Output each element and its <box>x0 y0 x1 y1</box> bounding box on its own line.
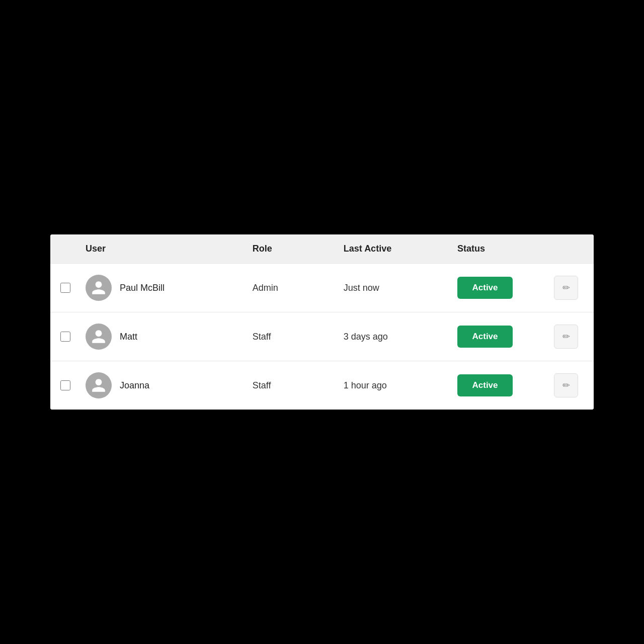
user-name-matt: Matt <box>120 332 137 342</box>
last-active-joanna: 1 hour ago <box>344 380 457 391</box>
status-cell-joanna: Active <box>457 374 548 396</box>
status-badge-paul: Active <box>457 277 513 299</box>
users-table: User Role Last Active Status Paul McBill… <box>50 234 594 410</box>
action-cell-matt: ✏ <box>548 325 584 349</box>
table-header: User Role Last Active Status <box>50 234 594 263</box>
last-active-matt: 3 days ago <box>344 332 457 342</box>
role-joanna: Staff <box>253 380 344 391</box>
row-checkbox-1[interactable] <box>60 283 86 293</box>
edit-button-matt[interactable]: ✏ <box>554 325 578 349</box>
status-cell-matt: Active <box>457 326 548 348</box>
table-row: Matt Staff 3 days ago Active ✏ <box>50 312 594 361</box>
status-badge-joanna: Active <box>457 374 513 396</box>
user-icon-matt <box>91 329 107 345</box>
user-name-joanna: Joanna <box>120 380 149 391</box>
user-cell-matt: Matt <box>86 324 253 350</box>
last-active-paul: Just now <box>344 283 457 293</box>
avatar-paul <box>86 275 112 301</box>
row-checkbox-2[interactable] <box>60 332 86 342</box>
pencil-icon-joanna: ✏ <box>562 380 570 391</box>
header-user: User <box>86 244 253 254</box>
table-row: Joanna Staff 1 hour ago Active ✏ <box>50 361 594 410</box>
user-cell-joanna: Joanna <box>86 372 253 398</box>
header-status: Status <box>457 244 548 254</box>
checkbox-matt[interactable] <box>60 332 70 342</box>
action-cell-joanna: ✏ <box>548 373 584 397</box>
user-name-paul: Paul McBill <box>120 283 165 293</box>
avatar-joanna <box>86 372 112 398</box>
status-cell-paul: Active <box>457 277 548 299</box>
avatar-matt <box>86 324 112 350</box>
user-icon-paul <box>91 280 107 296</box>
pencil-icon-matt: ✏ <box>562 331 570 342</box>
header-role: Role <box>253 244 344 254</box>
table-row: Paul McBill Admin Just now Active ✏ <box>50 263 594 312</box>
header-last-active: Last Active <box>344 244 457 254</box>
status-badge-matt: Active <box>457 326 513 348</box>
user-icon-joanna <box>91 377 107 393</box>
pencil-icon-paul: ✏ <box>562 282 570 293</box>
row-checkbox-3[interactable] <box>60 380 86 390</box>
checkbox-paul[interactable] <box>60 283 70 293</box>
edit-button-paul[interactable]: ✏ <box>554 276 578 300</box>
action-cell-paul: ✏ <box>548 276 584 300</box>
user-cell-paul: Paul McBill <box>86 275 253 301</box>
role-matt: Staff <box>253 332 344 342</box>
role-paul: Admin <box>253 283 344 293</box>
checkbox-joanna[interactable] <box>60 380 70 390</box>
edit-button-joanna[interactable]: ✏ <box>554 373 578 397</box>
